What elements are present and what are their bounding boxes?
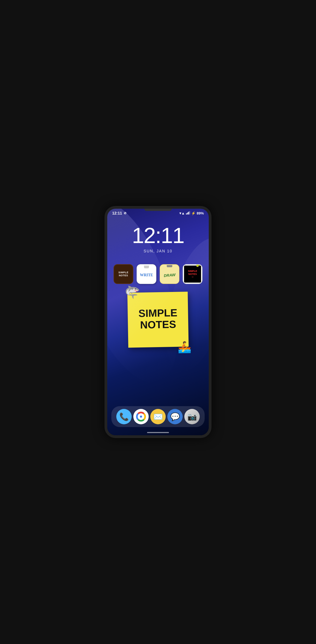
clock-time: 12:11 xyxy=(107,225,209,247)
widget-text: SIMPLE NOTES xyxy=(139,307,178,331)
app-inner-simple-notes-photo: SIMPLENOTES☺ xyxy=(184,266,201,283)
dock: 📞 ✉️ 💬 📷 xyxy=(111,406,205,427)
dnd-icon: ⊘ xyxy=(124,211,126,215)
status-left: 12:11 ⊘ xyxy=(112,211,126,215)
phone-frame: 12:11 ⊘ ▾▲ ⚡ 89% 12:11 SUN, xyxy=(105,206,211,438)
app-icon-simple-notes-dark[interactable]: SIMPLENOTES xyxy=(114,264,133,284)
camera-icon: 📷 xyxy=(187,412,197,421)
dock-icon-phone[interactable]: 📞 xyxy=(116,409,132,424)
app-label-draw: DRAW xyxy=(163,272,176,278)
email-icon: ✉️ xyxy=(153,412,163,421)
signal-icon xyxy=(186,211,190,215)
dock-icon-camera[interactable]: 📷 xyxy=(184,409,200,424)
shark-decoration: 🦈 xyxy=(125,285,140,300)
wifi-icon: ▾▲ xyxy=(179,211,185,215)
sticky-note-widget[interactable]: 🦈 SIMPLE NOTES 🚣 xyxy=(127,292,188,348)
phone-notch xyxy=(144,209,172,211)
clock-date: SUN, JAN 10 xyxy=(107,249,209,253)
app-label-simple-notes-dark: SIMPLENOTES xyxy=(119,271,129,277)
app-label-simple-notes-photo: SIMPLENOTES☺ xyxy=(188,270,197,278)
home-indicator[interactable] xyxy=(147,432,169,433)
chrome-icon xyxy=(136,412,146,422)
status-time: 12:11 xyxy=(112,211,122,215)
dock-icon-email[interactable]: ✉️ xyxy=(150,409,166,424)
pin-decoration xyxy=(196,264,199,267)
clock-section: 12:11 SUN, JAN 10 xyxy=(107,216,209,253)
wallpaper: 12:11 ⊘ ▾▲ ⚡ 89% 12:11 SUN, xyxy=(107,209,209,435)
chrome-center xyxy=(139,415,143,419)
status-right: ▾▲ ⚡ 89% xyxy=(179,211,204,215)
battery-charging-icon: ⚡ xyxy=(191,211,196,215)
app-icon-draw[interactable]: DRAW xyxy=(160,264,179,284)
app-label-write: WRITE xyxy=(140,273,153,277)
dock-icon-chrome[interactable] xyxy=(133,409,149,424)
phone-icon: 📞 xyxy=(119,412,129,421)
battery-percent: 89% xyxy=(197,211,204,215)
app-row: SIMPLENOTES WRITE DRAW SIMPLENOTES☺ xyxy=(107,253,209,284)
messages-icon: 💬 xyxy=(170,412,180,421)
boat-decoration: 🚣 xyxy=(177,341,191,354)
dock-icon-messages[interactable]: 💬 xyxy=(167,409,183,424)
app-icon-simple-notes-photo[interactable]: SIMPLENOTES☺ xyxy=(183,264,202,284)
app-icon-write[interactable]: WRITE xyxy=(137,264,156,284)
